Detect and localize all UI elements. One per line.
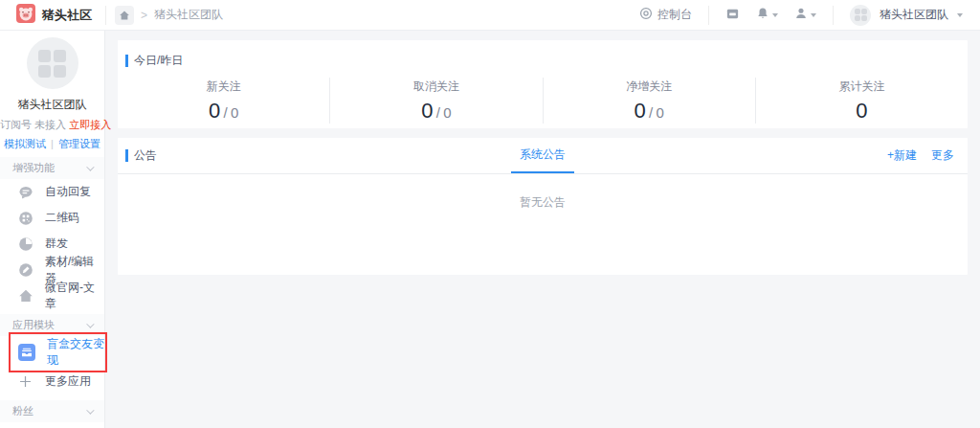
stats-card: 今日/昨日 新关注 0 / 0 取消关注 0 / 0 — [118, 40, 968, 128]
logo[interactable]: 猪头社区 — [0, 0, 105, 30]
account-status: 订阅号 未接入 立即接入 — [0, 118, 104, 132]
sidebar-item-qrcode[interactable]: 二维码 — [0, 205, 104, 231]
navbar-right: 控制台 猪头社区团队 — [639, 5, 980, 26]
announcement-title-text: 公告 — [134, 147, 157, 164]
sidebar-item-label: 群发 — [45, 236, 68, 252]
sidebar-section-enhanced-features[interactable]: 增强功能 — [0, 157, 104, 179]
stats-card-title: 今日/昨日 — [125, 53, 968, 69]
stat-total-followers: 累计关注 0 — [756, 79, 968, 124]
sidebar-item-label: 二维码 — [45, 210, 79, 226]
section-label: 粉丝 — [12, 404, 33, 418]
stat-today: 0 — [634, 99, 645, 123]
manage-settings-link[interactable]: 管理设置 — [58, 138, 100, 149]
announcement-card: 公告 系统公告 +新建 更多 暂无公告 — [118, 138, 968, 275]
logo-text: 猪头社区 — [42, 7, 92, 24]
breadcrumb: > 猪头社区团队 — [115, 6, 223, 25]
chevron-down-icon — [86, 320, 94, 327]
sidebar: 猪头社区团队 订阅号 未接入 立即接入 模拟测试 | 管理设置 增强功能 自动回… — [0, 31, 105, 428]
stat-today: 0 — [421, 99, 433, 123]
sidebar-item-micro-site-articles[interactable]: 微官网-文章 — [0, 282, 104, 308]
console-label: 控制台 — [657, 7, 692, 23]
sidebar-section-fans[interactable]: 粉丝 — [0, 400, 104, 422]
announcement-empty-state: 暂无公告 — [118, 174, 968, 211]
sidebar-item-label: 更多应用 — [45, 373, 91, 390]
top-navbar: 猪头社区 > 猪头社区团队 控制台 — [0, 0, 980, 31]
breadcrumb-item[interactable]: 猪头社区团队 — [154, 7, 223, 23]
plus-icon — [18, 374, 33, 390]
chevron-down-icon — [772, 13, 778, 17]
navbar-divider — [708, 6, 709, 25]
chevron-down-icon — [957, 13, 963, 17]
announcement-header: 公告 系统公告 +新建 更多 — [118, 138, 968, 174]
section-label: 应用模块 — [12, 318, 55, 332]
shop-icon — [725, 7, 740, 24]
tab-system-announcements[interactable]: 系统公告 — [511, 138, 574, 173]
navbar-divider — [105, 6, 106, 25]
avatar — [850, 5, 871, 26]
section-label: 增强功能 — [12, 161, 55, 175]
new-announcement-button[interactable]: +新建 — [887, 147, 917, 164]
stat-value: 0 — [756, 99, 968, 124]
title-accent-bar — [125, 55, 128, 67]
house-icon — [18, 288, 33, 304]
account-status-text: 订阅号 未接入 — [0, 119, 66, 130]
console-link[interactable]: 控制台 — [639, 7, 692, 23]
chevron-down-icon — [811, 13, 816, 17]
simulate-test-link[interactable]: 模拟测试 — [4, 138, 46, 149]
stat-today: 0 — [856, 99, 867, 123]
sidebar-section-app-modules[interactable]: 应用模块 — [0, 314, 104, 336]
stat-yesterday: 0 — [657, 104, 664, 121]
stat-value: 0 / 0 — [330, 99, 542, 124]
stat-separator: / — [436, 104, 440, 121]
chevron-down-icon — [86, 406, 94, 414]
links-divider: | — [51, 138, 54, 149]
main-content: 今日/昨日 新关注 0 / 0 取消关注 0 / 0 — [105, 31, 980, 428]
announcement-actions: +新建 更多 — [887, 147, 954, 164]
user-menu-button[interactable] — [794, 7, 816, 23]
stat-value: 0 / 0 — [118, 99, 329, 124]
app-icon — [18, 345, 35, 360]
stat-today: 0 — [209, 99, 220, 123]
sidebar-item-blind-box-dating[interactable]: 盲盒交友变现 — [0, 336, 104, 369]
sidebar-profile: 猪头社区团队 订阅号 未接入 立即接入 模拟测试 | 管理设置 — [0, 31, 104, 151]
profile-name: 猪头社区团队 — [0, 97, 104, 113]
stat-label: 取消关注 — [330, 79, 542, 95]
stats-card-title-text: 今日/昨日 — [134, 53, 183, 69]
avatar — [27, 37, 78, 89]
stat-yesterday: 0 — [443, 104, 451, 121]
pig-logo-icon — [16, 4, 35, 26]
notifications-button[interactable] — [756, 7, 778, 23]
console-icon — [639, 7, 653, 23]
sidebar-item-label: 盲盒交友变现 — [47, 336, 104, 369]
sidebar-item-auto-reply[interactable]: 自动回复 — [0, 179, 104, 205]
title-accent-bar — [125, 149, 128, 162]
sidebar-item-label: 微官网-文章 — [45, 280, 104, 312]
stat-unfollowers: 取消关注 0 / 0 — [330, 79, 542, 124]
breadcrumb-separator: > — [141, 9, 147, 22]
qrcode-icon — [18, 211, 33, 226]
stat-separator: / — [223, 104, 227, 121]
stat-net-growth: 净增关注 0 / 0 — [544, 79, 755, 124]
stat-label: 新关注 — [118, 79, 329, 95]
announcement-title: 公告 — [125, 147, 157, 164]
chat-icon — [18, 185, 33, 200]
account-switcher[interactable]: 猪头社区团队 — [850, 5, 963, 26]
navbar-divider — [833, 6, 834, 25]
profile-links: 模拟测试 | 管理设置 — [0, 137, 104, 151]
stat-new-followers: 新关注 0 / 0 — [118, 79, 329, 124]
stat-value: 0 / 0 — [544, 99, 755, 124]
sidebar-item-fans-management[interactable]: 粉丝管理 — [0, 422, 104, 428]
account-name: 猪头社区团队 — [880, 7, 948, 23]
stat-yesterday: 0 — [231, 104, 238, 121]
user-icon — [794, 7, 808, 23]
stat-separator: / — [649, 104, 653, 121]
chevron-down-icon — [86, 163, 94, 170]
broadcast-icon — [18, 237, 33, 252]
connect-now-link[interactable]: 立即接入 — [69, 119, 111, 130]
home-icon[interactable] — [115, 6, 134, 25]
sidebar-item-label: 自动回复 — [45, 184, 91, 200]
sidebar-item-more-apps[interactable]: 更多应用 — [0, 369, 104, 394]
stats-row: 新关注 0 / 0 取消关注 0 / 0 净增关注 0 — [118, 78, 968, 124]
more-announcements-link[interactable]: 更多 — [931, 147, 954, 164]
shop-button[interactable] — [725, 7, 740, 24]
